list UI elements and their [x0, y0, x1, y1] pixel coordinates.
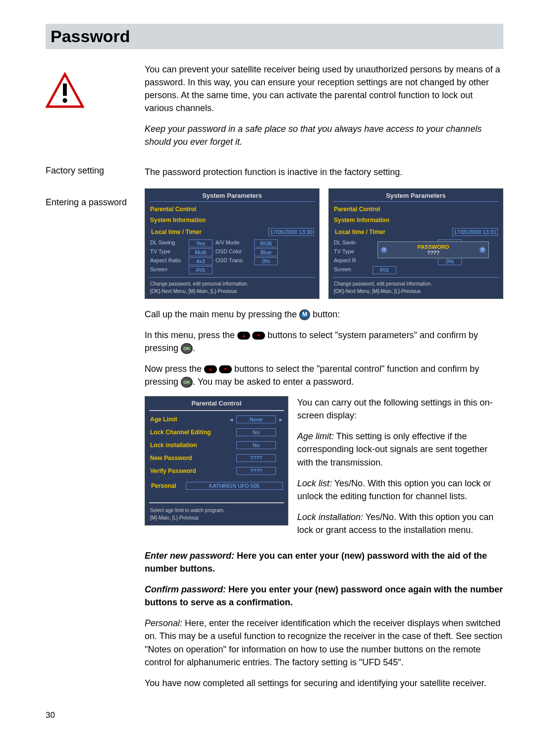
age-limit-desc: Age limit: This setting is only effectiv… — [297, 430, 503, 468]
age-limit-label: Age limit: — [297, 431, 334, 441]
osd2-aspect-label: Aspect R — [334, 257, 370, 265]
osd2-title: System Parameters — [333, 192, 499, 199]
pc-lce-label: Lock Channel Editing — [149, 427, 226, 438]
osd1-osdtrans-value: 0% — [254, 257, 278, 265]
osd2-tvtype-label: TV Type — [334, 248, 370, 256]
manual-page: Password You can prevent your satellite … — [0, 0, 535, 756]
step-1: Call up the main menu by pressing the M … — [145, 308, 503, 321]
settings-description: You can carry out the following settings… — [297, 396, 503, 544]
entering-block: System Parameters Parental Control Syste… — [145, 186, 503, 698]
factory-setting-heading: Factory setting — [46, 166, 140, 176]
step1-a: Call up the main menu by pressing the — [145, 309, 299, 319]
attention-icon — [46, 72, 84, 111]
osd2-parental-control: Parental Control — [333, 204, 499, 215]
osd1-foot1: Change password, edit personal informati… — [149, 280, 315, 287]
enter-new-password-desc: Enter new password: Here you can enter y… — [145, 549, 503, 575]
pc-title: Parental Control — [149, 400, 284, 407]
step-2: In this menu, press the ▲ ▼ buttons to s… — [145, 329, 503, 354]
osd1-tvtype-value: Multi — [189, 248, 213, 256]
osd1-dlsaving-label: DL Saving — [150, 239, 186, 247]
pc-li-value: No — [236, 441, 276, 449]
password-stars: ???? — [427, 250, 439, 256]
pc-vp-value: ???? — [236, 467, 276, 475]
osd-parental-control: Parental Control Age Limit ◄ None ► Lock… — [145, 396, 288, 525]
lock-list-label: Lock list: — [297, 478, 332, 488]
step2-a: In this menu, press the — [145, 330, 237, 340]
entering-heading: Entering a password — [46, 197, 140, 208]
lock-install-label: Lock installation: — [297, 512, 363, 522]
pc-age-value: None — [236, 415, 276, 423]
step3-a: Now press the — [145, 364, 204, 374]
osd1-dlsaving-value: Yes — [189, 239, 213, 247]
section-title: Password — [51, 27, 498, 46]
factory-text: The password protection function is inac… — [145, 166, 503, 178]
lock-list-desc: Lock list: Yes/No. With this option you … — [297, 477, 503, 503]
osd1-osdtrans-label: OSD Trans. — [215, 257, 251, 265]
osd1-screen-label: Screen — [150, 266, 186, 274]
pc-li-label: Lock installation — [149, 440, 226, 451]
osd2-dlsaving-label: DL Savin — [334, 239, 370, 247]
factory-text-block: The password protection function is inac… — [145, 157, 503, 186]
lock-install-desc: Lock installation: Yes/No. With this opt… — [297, 511, 503, 536]
step1-b: button: — [313, 309, 340, 319]
ok-button-icon-2: OK — [181, 377, 193, 388]
osd2-local-time-label: Local time / Timer — [334, 227, 452, 237]
pc-np-value: ???? — [236, 454, 276, 462]
right-arrow-icon: ► — [278, 417, 284, 422]
left-column-2: Factory setting — [46, 157, 140, 186]
osd1-osdcolor-label: OSD Color — [215, 248, 251, 256]
osd1-screen-value: P/S — [189, 266, 213, 274]
pc-foot1: Select age limit to watch program. — [149, 506, 284, 514]
osd2-osdtrans-value: 0% — [438, 257, 462, 265]
intro-block: You can prevent your satellite receiver … — [145, 63, 503, 157]
osd1-system-information: System Information — [149, 215, 315, 226]
osd1-osdcolor-value: Blue — [254, 248, 278, 256]
osd1-local-time-value: 17/05/2000 13:30 — [268, 228, 314, 236]
osd1-grid: DL Saving Yes A/V Mode RGB TV Type Multi… — [149, 238, 315, 275]
pc-np-label: New Password — [149, 453, 226, 464]
osd1-aspect-value: 4x3 — [189, 257, 213, 265]
pc-foot2: [M]-Main, [L]-Previous — [149, 514, 284, 521]
intro-paragraph-2: Keep your password in a safe place so th… — [145, 122, 503, 148]
ok-button-icon: OK — [181, 343, 193, 354]
settings-intro: You can carry out the following settings… — [297, 396, 503, 422]
svg-point-2 — [62, 98, 67, 103]
svg-rect-1 — [63, 83, 67, 96]
lock-icon-2: ? — [480, 247, 485, 253]
pc-personal-value: KATHREIN UFD 505 — [186, 482, 283, 490]
arrow-buttons-2: ▲ ▼ — [204, 365, 232, 373]
pc-personal-label: Personal — [150, 480, 186, 491]
password-label: PASSWORD — [418, 244, 449, 250]
intro-paragraph-1: You can prevent your satellite receiver … — [145, 63, 503, 115]
osd-screens-row: System Parameters Parental Control Syste… — [145, 188, 503, 299]
pc-vp-label: Verify Password — [149, 465, 226, 476]
pc-lce-value: No — [236, 428, 276, 436]
arrow-buttons-1: ▲ ▼ — [237, 332, 265, 340]
osd-system-parameters-1: System Parameters Parental Control Syste… — [145, 188, 320, 299]
personal-label: Personal: — [145, 618, 182, 628]
password-overlay: ? PASSWORD ???? ? — [377, 241, 489, 258]
osd2-foot1: Change password, edit personal informati… — [333, 280, 499, 287]
left-column-3: Entering a password — [46, 186, 140, 698]
osd1-title: System Parameters — [149, 192, 315, 199]
osd1-tvtype-label: TV Type — [150, 248, 186, 256]
m-button-icon: M — [299, 309, 310, 320]
page-number: 30 — [46, 710, 503, 720]
parental-control-row: Parental Control Age Limit ◄ None ► Lock… — [145, 396, 503, 544]
arrow-down-icon: ▼ — [252, 332, 265, 340]
osd1-aspect-label: Aspect Ratio — [150, 257, 186, 265]
left-arrow-icon: ◄ — [228, 417, 234, 422]
pc-age-label: Age Limit — [149, 414, 226, 425]
osd1-foot2: [OK]-Next Menu, [M]-Main, [L]-Previous — [149, 287, 315, 294]
section-title-bar: Password — [46, 24, 503, 49]
arrow-up-icon: ▲ — [237, 332, 250, 340]
done-text: You have now completed all settings for … — [145, 677, 503, 690]
left-column-1 — [46, 63, 140, 157]
osd1-avmode-label: A/V Mode — [215, 239, 251, 247]
osd-system-parameters-2: System Parameters Parental Control Syste… — [328, 188, 503, 299]
osd1-parental-control: Parental Control — [149, 204, 315, 215]
osd2-screen-label: Screen — [334, 266, 370, 274]
arrow-down-icon-2: ▼ — [219, 365, 232, 373]
osd1-local-time-label: Local time / Timer — [150, 227, 268, 237]
arrow-up-icon-2: ▲ — [204, 365, 217, 373]
